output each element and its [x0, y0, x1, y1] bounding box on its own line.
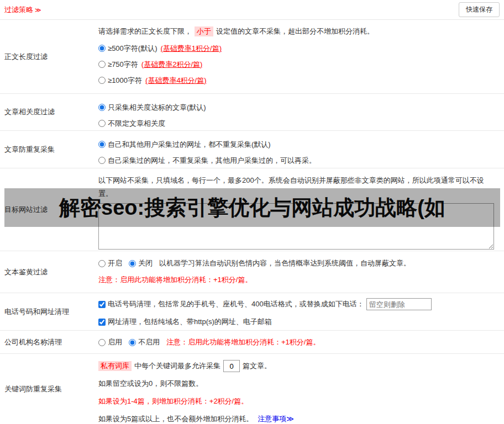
relevance-default-radio[interactable] [98, 104, 106, 111]
length-1000-rate-note: (基础费率4积分/篇) [145, 76, 207, 86]
chevron-double-icon: ≫ [35, 7, 41, 13]
phone-replace-input[interactable] [366, 298, 432, 310]
length-750-radio[interactable] [98, 61, 106, 68]
phone-cleanup-checkbox[interactable] [98, 301, 106, 308]
relevance-any-text: 不限定文章相关度 [108, 119, 165, 129]
keyword-note-5plus-line: 如果设为5篇或以上，也不会额外增加积分消耗。 注意事项≫ [98, 412, 498, 424]
dedup-all-text: 自己和其他用户采集过的网址，都不重复采集(默认) [108, 140, 271, 150]
target-site-desc: 以下网站不采集，只填域名，每行一个，最多200个。系统会自动识别并屏蔽那些非文章… [98, 174, 495, 200]
keyword-limit-post: 篇文章。 [243, 361, 271, 371]
company-options-line: 启用 不启用 注意：启用此功能将增加积分消耗：+1积分/篇。 [98, 336, 498, 349]
row-porn-filter: 文本鉴黄过滤 开启 关闭 以机器学习算法自动识别色情内容，当色情概率达到系统阈值… [0, 251, 504, 293]
porn-on-text: 开启 [108, 258, 122, 268]
private-lexicon-badge: 私有词库 [98, 361, 132, 371]
url-cleanup-line: 网址清理，包括纯域名、带http(s)的网址、电子邮箱 [98, 315, 498, 328]
length-1000-text: ≥1000字符 [108, 76, 142, 86]
topbar: 过滤策略≫ 快速保存 [0, 0, 504, 20]
length-500-radio[interactable] [98, 45, 106, 52]
page-title-toggle[interactable]: 过滤策略≫ [4, 5, 41, 15]
keyword-limit-mid: 中每个关键词最多允许采集 [134, 361, 221, 371]
dedup-option-all: 自己和其他用户采集过的网址，都不重复采集(默认) [98, 136, 498, 152]
porn-options-line: 开启 关闭 以机器学习算法自动识别色情内容，当色情概率达到系统阈值，自动屏蔽文章… [98, 257, 498, 270]
company-off-radio[interactable] [129, 339, 136, 346]
relevance-option-any: 不限定文章相关度 [98, 115, 498, 131]
dedup-self-text: 自己采集过的网址，不重复采集，其他用户采集过的，可以再采。 [108, 156, 316, 166]
company-off-text: 不启用 [138, 337, 160, 347]
length-500-text: ≥500字符(默认) [108, 44, 157, 54]
porn-on-option: 开启 [98, 258, 122, 268]
length-filter-label: 正文长度过滤 [0, 20, 98, 93]
relevance-filter-label: 文章相关度过滤 [0, 94, 98, 130]
target-site-label: 目标网站过滤 [0, 168, 98, 251]
dedup-self-radio[interactable] [98, 157, 106, 164]
length-1000-radio[interactable] [98, 77, 106, 84]
url-cleanup-checkbox[interactable] [98, 319, 106, 326]
keyword-limit-input[interactable] [223, 360, 240, 372]
row-dedup-filter: 文章防重复采集 自己和其他用户采集过的网址，都不重复采集(默认) 自己采集过的网… [0, 131, 504, 168]
row-target-site-filter: 目标网站过滤 以下网站不采集，只填域名，每行一个，最多200个。系统会自动识别并… [0, 168, 504, 251]
row-keyword-dedup: 关键词防重复采集 私有词库 中每个关键词最多允许采集 篇文章。 如果留空或设为0… [0, 354, 504, 424]
dedup-all-radio[interactable] [98, 141, 106, 148]
keyword-note-zero: 如果留空或设为0，则不限篇数。 [98, 377, 498, 390]
phone-url-label: 电话号码和网址清理 [0, 293, 98, 330]
url-cleanup-text: 网址清理，包括纯域名、带http(s)的网址、电子邮箱 [108, 317, 272, 327]
company-cost-note: 注意：启用此功能将增加积分消耗：+1积分/篇。 [166, 337, 320, 347]
filter-strategy-page: 过滤策略≫ 快速保存 正文长度过滤 请选择需求的正文长度下限， 小于 设定值的文… [0, 0, 504, 424]
length-750-text: ≥750字符 [108, 60, 138, 70]
keyword-dedup-label: 关键词防重复采集 [0, 354, 98, 424]
length-750-rate-note: (基础费率2积分/篇) [141, 60, 203, 70]
company-off-option: 不启用 [129, 337, 160, 347]
relevance-option-default: 只采集相关度达标的文章(默认) [98, 99, 498, 115]
porn-off-text: 关闭 [138, 258, 153, 268]
porn-filter-label: 文本鉴黄过滤 [0, 251, 98, 293]
length-intro-post: 设定值的文章不采集，超出部分不增加积分消耗。 [216, 26, 374, 36]
relevance-any-radio[interactable] [98, 120, 106, 127]
page-title: 过滤策略 [4, 6, 33, 14]
length-option-750: ≥750字符 (基础费率2积分/篇) [98, 56, 498, 72]
company-on-radio[interactable] [98, 339, 106, 346]
phone-cleanup-text: 电话号码清理，包括常见的手机号、座机号、400电话格式，或替换成如下电话： [108, 299, 364, 309]
row-relevance-filter: 文章相关度过滤 只采集相关度达标的文章(默认) 不限定文章相关度 [0, 94, 504, 131]
length-intro: 请选择需求的正文长度下限， 小于 设定值的文章不采集，超出部分不增加积分消耗。 [98, 25, 498, 38]
keyword-note-1-4: 如果设为1-4篇，则增加积分消耗：+2积分/篇。 [98, 395, 498, 408]
company-on-option: 启用 [98, 337, 122, 347]
row-phone-url-cleanup: 电话号码和网址清理 电话号码清理，包括常见的手机号、座机号、400电话格式，或替… [0, 293, 504, 331]
length-option-1000: ≥1000字符 (基础费率4积分/篇) [98, 72, 498, 88]
keyword-note-5plus: 如果设为5篇或以上，也不会额外增加积分消耗。 [98, 414, 253, 424]
porn-desc: 以机器学习算法自动识别色情内容，当色情概率达到系统阈值，自动屏蔽文章。 [159, 258, 411, 268]
porn-off-radio[interactable] [129, 260, 136, 267]
row-company-cleanup: 公司机构名称清理 启用 不启用 注意：启用此功能将增加积分消耗：+1积分/篇。 [0, 331, 504, 354]
quick-save-button[interactable]: 快速保存 [459, 2, 500, 17]
length-intro-pre: 请选择需求的正文长度下限， [98, 26, 192, 36]
dedup-option-self: 自己采集过的网址，不重复采集，其他用户采集过的，可以再采。 [98, 152, 498, 168]
length-option-500: ≥500字符(默认) (基础费率1积分/篇) [98, 40, 498, 56]
length-intro-highlight: 小于 [195, 26, 213, 36]
length-500-rate-note: (基础费率1积分/篇) [160, 44, 222, 54]
porn-cost-note: 注意：启用此功能将增加积分消耗：+1积分/篇。 [98, 275, 498, 285]
phone-cleanup-line: 电话号码清理，包括常见的手机号、座机号、400电话格式，或替换成如下电话： [98, 298, 498, 311]
target-site-textarea[interactable] [98, 203, 494, 250]
notice-link[interactable]: 注意事项≫ [258, 414, 294, 424]
dedup-filter-label: 文章防重复采集 [0, 131, 98, 168]
porn-on-radio[interactable] [98, 260, 106, 267]
company-on-text: 启用 [108, 337, 122, 347]
porn-off-option: 关闭 [129, 258, 153, 268]
company-cleanup-label: 公司机构名称清理 [0, 331, 98, 353]
keyword-limit-line: 私有词库 中每个关键词最多允许采集 篇文章。 [98, 359, 498, 373]
row-length-filter: 正文长度过滤 请选择需求的正文长度下限， 小于 设定值的文章不采集，超出部分不增… [0, 20, 504, 94]
relevance-default-text: 只采集相关度达标的文章(默认) [108, 103, 206, 113]
